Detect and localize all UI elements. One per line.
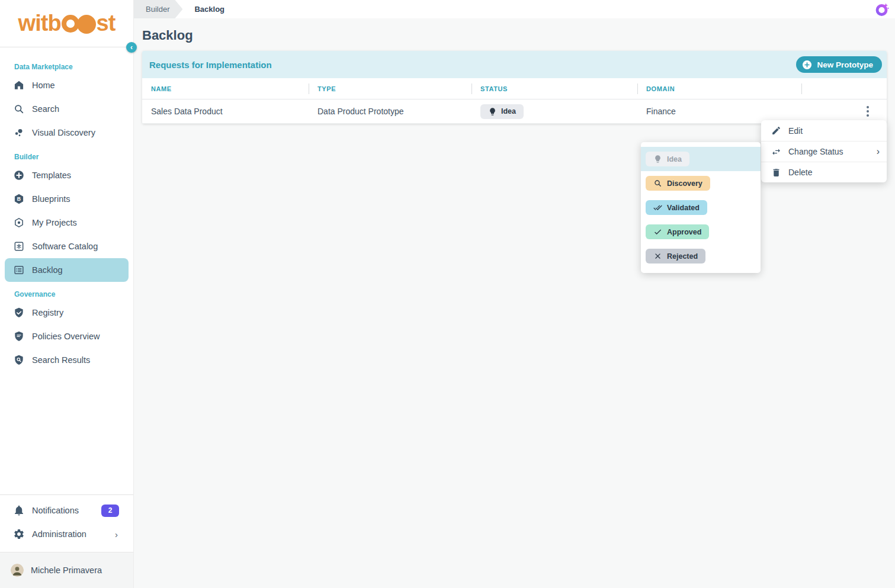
status-badge-rejected: Rejected [646, 249, 705, 264]
column-header-status[interactable]: STATUS [471, 78, 637, 99]
home-icon [12, 78, 26, 92]
section-governance: Governance [14, 290, 133, 298]
trash-icon [771, 167, 781, 178]
status-badge-idea: Idea [646, 152, 689, 166]
kebab-menu-icon[interactable] [863, 104, 872, 119]
cell-status: Idea [471, 99, 637, 124]
status-badge-idea: Idea [480, 104, 524, 119]
status-badge-discovery: Discovery [646, 176, 710, 191]
close-icon [653, 252, 662, 261]
sidebar-item-search[interactable]: Search [5, 97, 129, 121]
sidebar-item-software-catalog[interactable]: Software Catalog [5, 234, 129, 258]
new-prototype-button[interactable]: New Prototype [796, 56, 882, 73]
menu-item-delete[interactable]: Delete [761, 162, 887, 182]
logo-text-right: st [97, 11, 116, 36]
sidebar-item-registry[interactable]: Registry [5, 301, 129, 324]
sidebar-item-my-projects[interactable]: My Projects [5, 211, 129, 234]
svg-text:B: B [17, 196, 21, 202]
avatar [11, 564, 24, 577]
submenu-item-discovery[interactable]: Discovery [641, 171, 761, 195]
plus-circle-icon [801, 59, 813, 70]
user-name: Michele Primavera [31, 565, 102, 575]
requests-table: NAME TYPE STATUS DOMAIN Sales Data Produ… [142, 78, 887, 124]
column-header-name[interactable]: NAME [142, 78, 309, 99]
cell-type: Data Product Prototype [309, 99, 471, 124]
app-root: witbst ‹ Data Marketplace Home Search Vi… [0, 0, 895, 588]
sidebar-item-label: Administration [32, 529, 86, 539]
ai-assistant-button[interactable] [869, 0, 895, 18]
page-content: Backlog Requests for Implementation New … [134, 18, 895, 588]
pencil-icon [771, 126, 781, 136]
user-profile[interactable]: Michele Primavera [0, 552, 133, 588]
sidebar-item-administration[interactable]: Administration › [5, 522, 129, 546]
search-icon [12, 102, 26, 116]
page-title: Backlog [142, 28, 895, 43]
lightbulb-icon [653, 155, 662, 163]
cell-name: Sales Data Product [142, 99, 309, 124]
sidebar-bottom: Notifications 2 Administration › [0, 494, 133, 552]
check-icon [653, 227, 662, 236]
sidebar-item-label: Templates [32, 171, 71, 180]
sidebar-nav: Data Marketplace Home Search Visual Disc… [0, 47, 133, 494]
sidebar-item-label: Backlog [32, 265, 63, 275]
sidebar-item-label: Search [32, 104, 59, 114]
panel-header: Requests for Implementation New Prototyp… [142, 51, 887, 78]
double-check-icon [653, 203, 662, 212]
sidebar-item-label: Software Catalog [32, 242, 98, 251]
submenu-item-rejected[interactable]: Rejected [641, 244, 761, 268]
sidebar-item-backlog[interactable]: Backlog [5, 258, 129, 282]
hexagon-b-icon: B [12, 192, 26, 206]
menu-item-label: Edit [788, 126, 803, 136]
panel-title: Requests for Implementation [149, 60, 272, 70]
bubbles-icon [12, 126, 26, 140]
new-prototype-label: New Prototype [817, 60, 873, 69]
status-label: Validated [667, 204, 700, 212]
status-badge-validated: Validated [646, 200, 707, 215]
search-icon [653, 179, 662, 188]
sidebar-item-templates[interactable]: Templates [5, 163, 129, 187]
row-context-menu: Edit Change Status › Delete [761, 120, 887, 182]
sidebar-item-label: My Projects [32, 218, 77, 227]
plus-circle-icon [12, 168, 26, 182]
witboost-logo[interactable]: witbst [18, 11, 116, 36]
backlog-list-icon [12, 263, 26, 277]
status-label: Idea [501, 107, 516, 115]
sidebar-collapse-button[interactable]: ‹ [126, 42, 137, 53]
chevron-left-icon: ‹ [130, 44, 133, 51]
submenu-item-validated[interactable]: Validated [641, 195, 761, 220]
column-header-actions [801, 78, 887, 99]
sidebar-item-label: Registry [32, 308, 63, 317]
status-badge-approved: Approved [646, 224, 709, 239]
submenu-item-idea[interactable]: Idea [641, 147, 761, 171]
lightbulb-icon [488, 107, 497, 116]
sidebar-item-policies-overview[interactable]: Policies Overview [5, 324, 129, 348]
breadcrumb-current: Backlog [194, 5, 224, 14]
sidebar-item-label: Notifications [32, 506, 79, 515]
section-builder: Builder [14, 153, 133, 161]
column-header-type[interactable]: TYPE [309, 78, 471, 99]
status-label: Approved [667, 228, 701, 236]
status-label: Discovery [667, 179, 702, 188]
menu-item-change-status[interactable]: Change Status › [761, 141, 887, 162]
sidebar-item-label: Search Results [32, 355, 90, 365]
sidebar-item-notifications[interactable]: Notifications 2 [5, 499, 129, 522]
notifications-count-badge: 2 [101, 505, 119, 517]
chevron-right-icon: › [115, 529, 118, 539]
sidebar-item-visual-discovery[interactable]: Visual Discovery [5, 121, 129, 144]
column-header-domain[interactable]: DOMAIN [637, 78, 801, 99]
logo-text-left: witb [18, 11, 61, 36]
breadcrumb-parent[interactable]: Builder [134, 0, 182, 18]
sidebar-item-home[interactable]: Home [5, 73, 129, 97]
sidebar-item-label: Visual Discovery [32, 128, 95, 137]
sidebar-item-search-results[interactable]: Search Results [5, 348, 129, 372]
sidebar: witbst ‹ Data Marketplace Home Search Vi… [0, 0, 134, 588]
section-data-marketplace: Data Marketplace [14, 63, 133, 71]
catalog-icon [12, 239, 26, 253]
submenu-item-approved[interactable]: Approved [641, 220, 761, 244]
shield-check-icon [12, 306, 26, 320]
logo-container: witbst [0, 0, 133, 47]
menu-item-edit[interactable]: Edit [761, 120, 887, 141]
sidebar-item-blueprints[interactable]: B Blueprints [5, 187, 129, 211]
sidebar-item-label: Blueprints [32, 194, 70, 204]
change-status-submenu: Idea Discovery Validated Approved Reject… [641, 142, 761, 273]
